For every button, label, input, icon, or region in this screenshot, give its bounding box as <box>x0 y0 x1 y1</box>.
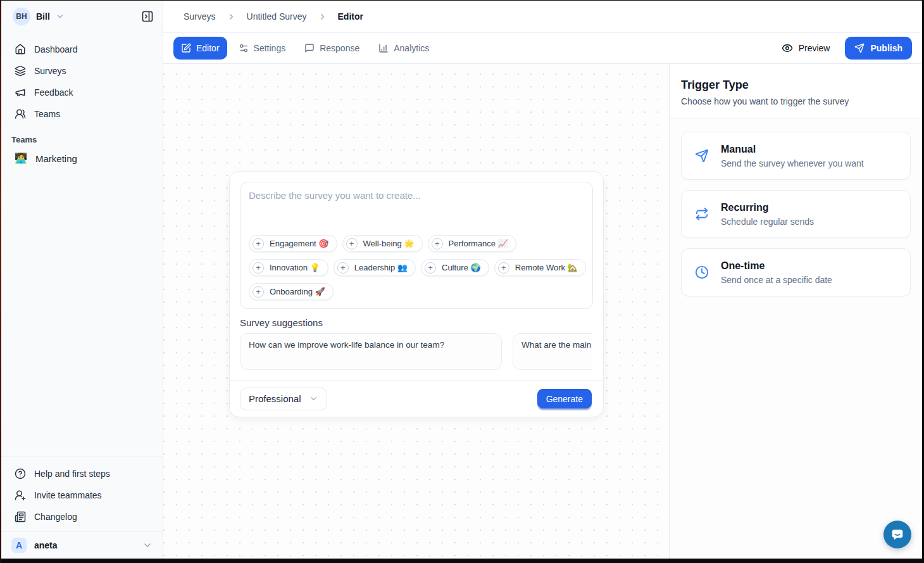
tab-settings[interactable]: Settings <box>231 37 294 60</box>
breadcrumb-separator-icon <box>318 12 327 22</box>
survey-description-input[interactable] <box>249 190 584 235</box>
trigger-options: Manual Send the survey whenever you want… <box>670 119 922 309</box>
workspace-name: Bill <box>36 11 50 22</box>
tab-response[interactable]: Response <box>297 37 367 60</box>
sidebar-item-help[interactable]: Help and first steps <box>9 463 155 484</box>
technologist-emoji-icon: 🧑‍💻 <box>15 153 27 163</box>
teams-section-label: Teams <box>1 125 163 147</box>
chip-label: Leadership 👥 <box>354 263 408 272</box>
topic-chip[interactable]: Onboarding 🚀 <box>249 283 334 300</box>
feedback-icon <box>15 87 26 98</box>
trigger-option-title: Manual <box>721 144 864 155</box>
preview-icon <box>782 42 793 54</box>
dashboard-icon <box>15 44 26 55</box>
sidebar-item-label: Help and first steps <box>34 469 110 479</box>
collapse-sidebar-button[interactable] <box>141 10 154 23</box>
topic-chip[interactable]: Leadership 👥 <box>334 259 416 276</box>
breadcrumb-survey-name[interactable]: Untitled Survey <box>247 11 307 22</box>
app-window: BH Bill Dashboard Surveys <box>1 1 922 559</box>
suggestion-card[interactable]: What are the main ob <box>513 333 592 370</box>
breadcrumb-separator-icon <box>227 12 236 22</box>
sidebar-item-surveys[interactable]: Surveys <box>9 60 155 82</box>
chip-label: Well-being 🌟 <box>363 239 415 248</box>
sidebar-item-marketing[interactable]: 🧑‍💻 Marketing <box>1 147 163 170</box>
sidebar-item-invite[interactable]: Invite teammates <box>9 484 155 506</box>
toolbar-actions: Preview Publish <box>778 37 912 60</box>
breadcrumb-current-page: Editor <box>338 11 363 22</box>
composer-footer: Professional Generate <box>230 380 603 417</box>
suggestion-card[interactable]: How can we improve work-life balance in … <box>240 333 502 370</box>
editor-icon <box>181 43 191 53</box>
trigger-option-title: One-time <box>721 260 832 272</box>
trigger-type-panel: Trigger Type Choose how you want to trig… <box>669 64 922 559</box>
chip-label: Remote Work 🏡 <box>515 263 578 272</box>
invite-icon <box>15 490 26 501</box>
topic-chip[interactable]: Well-being 🌟 <box>342 235 423 252</box>
suggestion-text: What are the main ob <box>521 340 592 350</box>
tab-editor[interactable]: Editor <box>173 37 227 60</box>
breadcrumb-surveys[interactable]: Surveys <box>184 11 216 22</box>
tone-select[interactable]: Professional <box>240 388 327 410</box>
user-menu[interactable]: A aneta <box>1 531 163 559</box>
tab-label: Settings <box>254 43 286 53</box>
trigger-option-description: Send once at a specific date <box>721 275 832 285</box>
chevron-down-icon <box>56 12 65 21</box>
topic-chips: Engagement 🎯 Well-being 🌟 Performance 📈 … <box>249 235 584 300</box>
trigger-option-title: Recurring <box>721 202 814 213</box>
topic-chip[interactable]: Performance 📈 <box>428 235 516 252</box>
chip-add-icon <box>498 262 509 274</box>
sidebar-item-label: Feedback <box>34 87 73 98</box>
screen-edge-accent <box>0 0 1 563</box>
tab-label: Response <box>320 43 359 53</box>
sidebar-item-dashboard[interactable]: Dashboard <box>9 39 155 60</box>
user-name: aneta <box>34 540 58 550</box>
trigger-panel-header: Trigger Type Choose how you want to trig… <box>670 64 922 119</box>
chip-add-icon <box>346 238 358 250</box>
editor-toolbar: Editor Settings Response Analytics <box>163 33 922 64</box>
trigger-option-one-time[interactable]: One-time Send once at a specific date <box>681 248 911 296</box>
sidebar-item-feedback[interactable]: Feedback <box>9 82 155 103</box>
sidebar-item-label: Surveys <box>34 66 66 76</box>
recurring-icon <box>695 207 709 221</box>
response-icon <box>304 43 315 53</box>
chip-label: Onboarding 🚀 <box>270 287 325 296</box>
user-avatar: A <box>11 538 27 553</box>
trigger-option-description: Schedule regular sends <box>721 217 814 227</box>
preview-button[interactable]: Preview <box>778 42 834 54</box>
chevron-down-icon <box>309 394 318 403</box>
publish-button[interactable]: Publish <box>845 37 912 60</box>
sidebar-item-teams[interactable]: Teams <box>9 103 155 125</box>
tab-analytics[interactable]: Analytics <box>371 37 437 60</box>
topic-chip[interactable]: Engagement 🎯 <box>249 235 337 252</box>
topic-chip[interactable]: Innovation 💡 <box>249 259 328 276</box>
suggestions-title: Survey suggestions <box>240 317 593 328</box>
teams-icon <box>15 108 26 120</box>
help-icon <box>15 468 26 479</box>
sidebar-footer: Help and first steps Invite teammates Ch… <box>1 456 163 531</box>
survey-composer-card: Engagement 🎯 Well-being 🌟 Performance 📈 … <box>229 171 604 417</box>
trigger-option-recurring[interactable]: Recurring Schedule regular sends <box>681 190 911 238</box>
trigger-option-description: Send the survey whenever you want <box>721 158 864 168</box>
sidebar-nav: Dashboard Surveys Feedback Teams <box>1 32 163 125</box>
sidebar-item-label: Changelog <box>34 512 77 522</box>
chip-label: Performance 📈 <box>449 239 508 248</box>
chevron-down-icon <box>142 540 153 550</box>
panel-title: Trigger Type <box>681 79 911 92</box>
one-time-icon <box>695 265 709 279</box>
topic-chip[interactable]: Remote Work 🏡 <box>494 259 586 276</box>
chip-add-icon <box>253 238 264 250</box>
sidebar-item-changelog[interactable]: Changelog <box>9 506 155 528</box>
generate-button[interactable]: Generate <box>537 389 592 408</box>
publish-label: Publish <box>870 43 902 53</box>
editor-canvas[interactable]: Engagement 🎯 Well-being 🌟 Performance 📈 … <box>163 64 669 559</box>
changelog-icon <box>15 511 26 522</box>
trigger-option-manual[interactable]: Manual Send the survey whenever you want <box>681 132 911 180</box>
chip-add-icon <box>337 262 349 274</box>
sidebar: BH Bill Dashboard Surveys <box>1 1 163 559</box>
topic-chip[interactable]: Culture 🌍 <box>421 259 489 276</box>
prompt-box: Engagement 🎯 Well-being 🌟 Performance 📈 … <box>240 182 593 309</box>
workspace-switcher[interactable]: BH Bill <box>1 1 163 32</box>
chat-launcher-button[interactable] <box>883 521 911 548</box>
analytics-icon <box>378 43 389 53</box>
manual-icon <box>695 149 709 163</box>
